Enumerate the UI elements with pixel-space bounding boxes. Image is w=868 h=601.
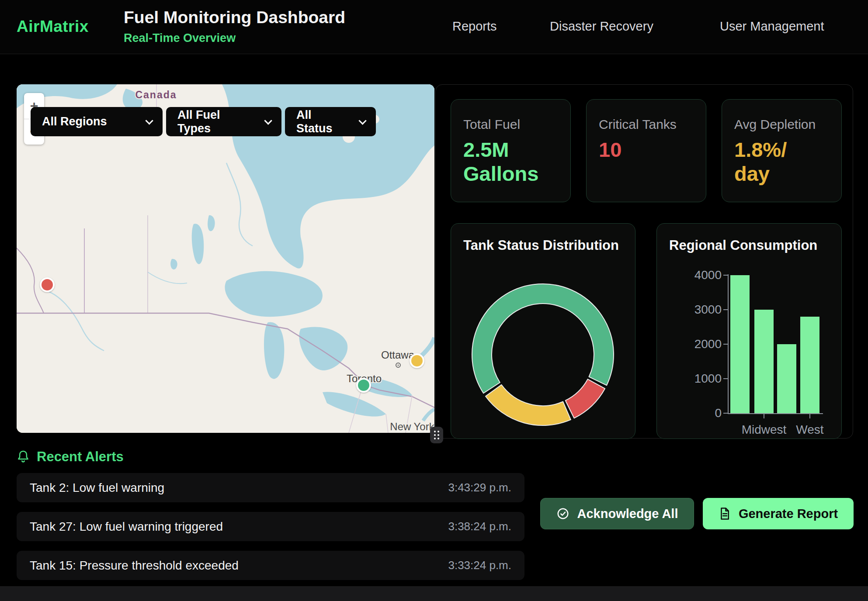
y-tick-label: 2000 — [669, 337, 722, 351]
x-tick-mark — [764, 414, 764, 418]
tank-status-donut-chart — [451, 224, 636, 439]
stat-card-avg-depletion: Avg Depletion 1.8%/day — [722, 99, 842, 202]
y-tick-mark — [723, 275, 728, 276]
regional-consumption-title: Regional Consumption — [669, 238, 817, 253]
x-tick-label: Midwest — [742, 423, 787, 437]
y-tick-label: 1000 — [669, 372, 722, 386]
filter-regions-value: All Regions — [42, 115, 107, 128]
recent-alerts-header: Recent Alerts — [17, 449, 124, 465]
tank-status-card: Tank Status Distribution — [451, 223, 635, 439]
y-tick-label: 0 — [669, 406, 722, 420]
stat-label: Avg Depletion — [734, 117, 829, 132]
app-header: AirMatrix Fuel Monitoring Dashboard Real… — [0, 0, 868, 54]
x-tick-mark — [809, 414, 810, 418]
donut-segment-warning — [486, 385, 571, 425]
bar-3 — [800, 317, 819, 413]
stat-value: 10 — [599, 138, 694, 162]
stat-label: Critical Tanks — [599, 117, 694, 132]
alert-row[interactable]: Tank 15: Pressure threshold exceeded 3:3… — [17, 551, 524, 580]
alert-row[interactable]: Tank 2: Low fuel warning 3:43:29 p.m. — [17, 473, 524, 502]
recent-alerts-title: Recent Alerts — [37, 449, 124, 465]
filter-fuel-types-value: All Fuel Types — [177, 108, 254, 135]
filter-fuel-types-select[interactable]: All Fuel Types — [166, 107, 281, 136]
footer-bar — [0, 586, 868, 601]
stat-label: Total Fuel — [463, 117, 558, 132]
chevron-down-icon — [264, 117, 272, 124]
alert-timestamp: 3:38:24 p.m. — [448, 520, 511, 533]
chevron-down-icon — [359, 117, 367, 124]
donut-segment-normal — [472, 284, 614, 393]
regional-consumption-card: Regional Consumption 01000200030004000Mi… — [656, 223, 842, 439]
map-marker-warning[interactable] — [410, 353, 424, 368]
filter-status-select[interactable]: All Status — [285, 107, 376, 136]
bar-1 — [754, 310, 774, 413]
nav-item-reports[interactable]: Reports — [452, 19, 497, 34]
bar-2 — [777, 344, 796, 413]
stat-card-critical-tanks: Critical Tanks 10 — [586, 99, 706, 202]
donut-segment-critical — [566, 379, 605, 418]
tank-status-title: Tank Status Distribution — [463, 238, 619, 253]
chevron-down-icon — [145, 117, 153, 124]
filter-status-value: All Status — [296, 108, 348, 135]
map-label-canada: Canada — [135, 89, 177, 100]
drag-handle-icon[interactable] — [430, 427, 443, 443]
alert-text: Tank 15: Pressure threshold exceeded — [30, 559, 239, 573]
filter-regions-select[interactable]: All Regions — [31, 107, 163, 136]
alert-text: Tank 27: Low fuel warning triggered — [30, 520, 223, 534]
alert-text: Tank 2: Low fuel warning — [30, 481, 164, 495]
nav-item-user-management[interactable]: User Management — [720, 19, 824, 34]
check-circle-icon — [556, 507, 569, 520]
y-tick-mark — [723, 344, 728, 345]
map-marker-normal[interactable] — [356, 378, 371, 393]
map-tiles: Canada Ottawa Toronto New York — [17, 84, 434, 433]
page-title: Fuel Monitoring Dashboard — [124, 8, 345, 27]
y-axis-line — [728, 274, 729, 414]
stat-card-total-fuel: Total Fuel 2.5MGallons — [451, 99, 571, 202]
stat-value: 1.8%/day — [734, 138, 829, 186]
page-subtitle: Real-Time Overview — [124, 31, 236, 45]
bell-icon — [17, 449, 30, 464]
map-section: Canada Ottawa Toronto New York + − All R… — [17, 84, 434, 433]
alert-timestamp: 3:43:29 p.m. — [448, 481, 511, 494]
y-tick-label: 4000 — [669, 268, 722, 282]
dashboard-root: AirMatrix Fuel Monitoring Dashboard Real… — [0, 0, 868, 601]
map-canvas[interactable]: Canada Ottawa Toronto New York — [17, 84, 434, 433]
y-tick-mark — [723, 309, 728, 310]
map-filter-bar: All Regions All Fuel Types All Status — [31, 107, 376, 136]
stat-value: 2.5MGallons — [463, 138, 558, 186]
x-axis-line — [728, 413, 823, 414]
file-text-icon — [719, 507, 731, 520]
map-label-new-york: New York — [390, 421, 434, 432]
nav-item-disaster-recovery[interactable]: Disaster Recovery — [550, 19, 653, 34]
y-tick-mark — [723, 378, 728, 379]
generate-report-label: Generate Report — [739, 507, 838, 521]
map-marker-critical[interactable] — [40, 277, 55, 292]
acknowledge-all-label: Acknowledge All — [577, 507, 678, 521]
y-tick-mark — [723, 413, 728, 414]
alert-row[interactable]: Tank 27: Low fuel warning triggered 3:38… — [17, 512, 524, 541]
alert-timestamp: 3:33:24 p.m. — [448, 559, 511, 572]
app-logo: AirMatrix — [17, 17, 89, 36]
x-tick-label: West — [796, 423, 823, 437]
acknowledge-all-button[interactable]: Acknowledge All — [540, 498, 694, 529]
bar-0 — [730, 275, 750, 413]
metrics-panel: Total Fuel 2.5MGallons Critical Tanks 10… — [435, 84, 853, 439]
y-tick-label: 3000 — [669, 303, 722, 317]
generate-report-button[interactable]: Generate Report — [703, 498, 854, 529]
